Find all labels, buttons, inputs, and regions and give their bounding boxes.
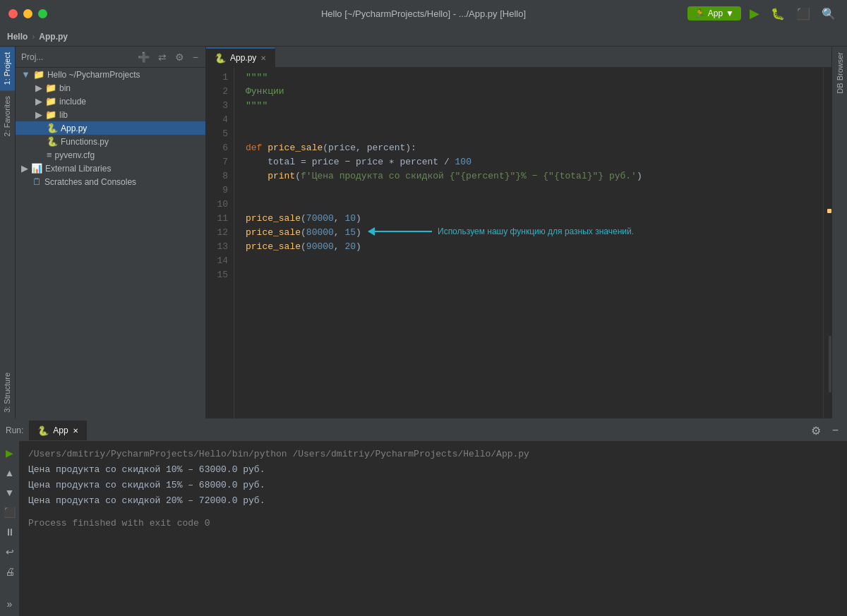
console-exit-message: Process finished with exit code 0 — [28, 516, 839, 531]
comma2: , — [334, 212, 345, 226]
window-controls[interactable] — [8, 9, 47, 18]
param-price: price — [328, 141, 356, 155]
comma4: , — [334, 240, 345, 254]
code-line-10 — [246, 198, 812, 212]
console-more-button[interactable]: » — [2, 596, 18, 612]
main-layout: 1: Project 2: Favorites 3: Structure Pro… — [0, 47, 847, 616]
bottom-tab-app[interactable]: 🐍 App ✕ — [29, 421, 86, 440]
var-total: total — [268, 155, 301, 169]
console-hide-button[interactable]: − — [829, 423, 841, 438]
tree-item-lib[interactable]: ▶ 📁 lib — [16, 108, 205, 121]
tree-item-ext-libs[interactable]: ▶ 📊 External Libraries — [16, 162, 205, 175]
params-open: ( — [323, 141, 328, 155]
code-line-8: print(f'Цена продукта со скидкой {"{perc… — [246, 169, 812, 183]
tree-toolbar: Proj... ➕ ⇄ ⚙ − — [16, 47, 205, 68]
folder-icon: 📁 — [45, 96, 56, 107]
comma3: , — [334, 226, 345, 240]
console-text[interactable]: /Users/dmitriy/PycharmProjects/Hello/bin… — [20, 441, 847, 616]
db-browser-panel: DB Browser — [831, 47, 847, 418]
tree-add-button[interactable]: ➕ — [136, 52, 151, 63]
num-70000: 70000 — [306, 212, 334, 226]
close2: ) — [356, 226, 361, 240]
db-browser-tab[interactable]: DB Browser — [833, 47, 847, 99]
console-settings-button[interactable]: ⚙ — [808, 423, 824, 439]
console-scroll-down[interactable]: ▼ — [2, 485, 18, 500]
tree-item-bin[interactable]: ▶ 📁 bin — [16, 81, 205, 95]
tree-item-apppy[interactable]: 🐍 App.py — [16, 121, 205, 135]
code-line-9 — [246, 183, 812, 198]
tree-item-label: App.py — [61, 123, 87, 133]
tree-title: Proj... — [21, 52, 131, 62]
tree-sync-button[interactable]: ⇄ — [157, 52, 168, 63]
bottom-tab-label: App — [53, 425, 68, 435]
folder-collapse-icon: ▶ — [21, 163, 28, 174]
div: / — [444, 155, 455, 169]
code-editor[interactable]: 12345 678910 1112131415 """" Функции " — [206, 68, 831, 418]
function-name: price_sale — [268, 141, 323, 155]
tree-item-include[interactable]: ▶ 📁 include — [16, 95, 205, 108]
code-line-4 — [246, 113, 812, 127]
bottom-tab-close[interactable]: ✕ — [73, 427, 78, 435]
docstring-text: Функции — [246, 85, 284, 99]
sidebar-tab-structure[interactable]: 3: Structure — [0, 367, 15, 418]
run-config-button[interactable]: 🏃 App ▼ — [687, 6, 741, 20]
minus: − — [344, 155, 356, 169]
code-line-3: """" — [246, 99, 812, 113]
paren-close: ) — [637, 169, 642, 183]
run-button[interactable]: ▶ — [747, 4, 762, 23]
num-15: 15 — [344, 226, 356, 240]
tree-item-label: External Libraries — [45, 164, 111, 174]
stop-button[interactable]: ⬛ — [793, 6, 813, 22]
close-button[interactable] — [8, 9, 18, 18]
breadcrumb-project[interactable]: Hello — [7, 32, 28, 42]
call-1-args: ( — [301, 212, 306, 226]
sidebar-tab-project[interactable]: 1: Project — [0, 47, 15, 90]
run-config-label: App — [708, 8, 723, 18]
tree-collapse-button[interactable]: − — [191, 52, 200, 63]
code-line-13: price_sale(90000, 20) — [246, 240, 812, 254]
tree-item-label: Functions.py — [61, 137, 109, 147]
code-content[interactable]: """" Функции """" def — [234, 68, 823, 418]
breadcrumb-file[interactable]: App.py — [39, 32, 68, 42]
tree-item-label: pyvenv.cfg — [55, 150, 95, 160]
console-print-button[interactable]: 🖨 — [2, 564, 18, 579]
folder-collapse-icon: ▶ — [35, 96, 42, 107]
tree-item-label: include — [59, 97, 86, 107]
console-wrap-button[interactable]: ↩ — [2, 544, 18, 560]
fstring: f'Цена продукта со скидкой {"{percent}"}… — [301, 169, 637, 183]
code-line-7: total = price − price ∗ percent / 100 — [246, 155, 812, 169]
code-line-2: Функции — [246, 85, 812, 99]
console-stop-button[interactable]: ⬛ — [2, 505, 18, 520]
code-editor-container: 🐍 App.py ✕ 12345 678910 1112131415 """" — [206, 47, 831, 418]
scroll-gutter[interactable] — [823, 68, 831, 418]
code-line-11: price_sale(70000, 10) — [246, 212, 812, 226]
tree-settings-button[interactable]: ⚙ — [174, 52, 186, 63]
tree-item-functionspy[interactable]: 🐍 Functions.py — [16, 135, 205, 148]
run-config-icon: 🏃 — [695, 8, 705, 18]
console-run-button[interactable]: ▶ — [2, 445, 18, 461]
tab-close-button[interactable]: ✕ — [260, 54, 266, 62]
tab-apppy[interactable]: 🐍 App.py ✕ — [206, 47, 275, 67]
sidebar-tab-favorites[interactable]: 2: Favorites — [0, 90, 15, 142]
code-line-1: """" — [246, 71, 812, 85]
console-output-line-3: Цена продукта со скидкой 20% – 72000.0 р… — [28, 493, 839, 509]
num-90000: 90000 — [306, 240, 334, 254]
code-line-15 — [246, 268, 812, 282]
folder-expand-icon: ▼ — [21, 69, 30, 80]
folder-collapse-icon: ▶ — [35, 83, 42, 93]
console-scroll-up[interactable]: ▲ — [2, 465, 18, 481]
scrollbar-thumb[interactable] — [829, 336, 831, 392]
debug-button[interactable]: 🐛 — [768, 6, 788, 22]
tree-item-scratches[interactable]: 🗒 Scratches and Consoles — [16, 175, 205, 188]
tree-item-cfg[interactable]: ≡ pyvenv.cfg — [16, 148, 205, 162]
call-2-args: ( — [301, 226, 306, 240]
call-1-fn: price_sale — [246, 212, 301, 226]
minimize-button[interactable] — [23, 9, 32, 18]
number-100: 100 — [455, 155, 471, 169]
call-3-args: ( — [301, 240, 306, 254]
tree-item-label: lib — [59, 110, 68, 120]
console-pause-button[interactable]: ⏸ — [2, 524, 18, 540]
maximize-button[interactable] — [38, 9, 47, 18]
tree-item-hello[interactable]: ▼ 📁 Hello ~/PycharmProjects — [16, 68, 205, 81]
search-button[interactable]: 🔍 — [819, 6, 839, 22]
